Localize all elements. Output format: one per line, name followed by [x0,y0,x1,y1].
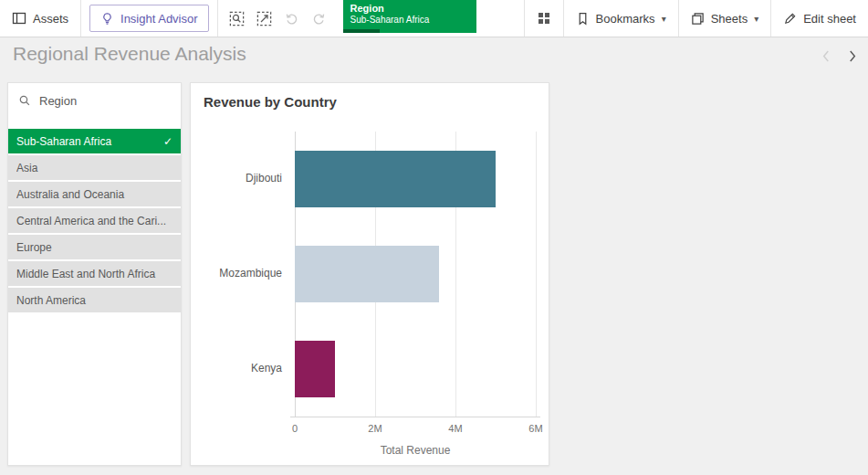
filter-item[interactable]: Australia and Oceania [8,182,181,206]
edit-sheet-button[interactable]: Edit sheet [771,0,868,37]
x-axis-title: Total Revenue [295,444,536,457]
bar-djibouti[interactable] [295,151,496,207]
x-tick-label: 6M [516,423,556,434]
sheet-stage: Regional Revenue Analysis [0,37,868,475]
revenue-chart-card: Revenue by Country DjiboutiMozambiqueKen… [190,82,549,466]
filter-item[interactable]: Sub-Saharan Africa✓ [8,129,181,153]
selection-field: Region [350,3,469,15]
x-tick-label: 0 [275,423,315,434]
filter-pane-header[interactable]: Region [8,83,181,118]
bookmarks-label: Bookmarks [596,12,655,26]
chevron-left-icon [819,48,831,64]
chart-title: Revenue by Country [204,94,337,110]
category-label: Mozambique [219,267,282,280]
filter-item-label: Asia [16,162,173,174]
filter-item[interactable]: North America [8,288,181,312]
search-icon [18,94,31,107]
bar-mozambique[interactable] [295,246,439,302]
app-overview-grid-icon[interactable] [525,0,563,37]
x-axis-line [290,417,540,417]
sheet-navigation [819,48,859,64]
step-forward-icon [307,6,331,31]
filter-item[interactable]: Middle East and North Africa [8,261,181,286]
sheets-button[interactable]: Sheets ▾ [679,0,771,37]
gridline [536,132,537,417]
filter-item-label: Central America and the Cari... [16,215,173,227]
selection-chip[interactable]: Region Sub-Saharan Africa [343,0,476,33]
assets-label: Assets [33,12,68,26]
plot-area: 02M4M6MTotal Revenue [295,132,536,417]
chart-category-labels: DjiboutiMozambiqueKenya [200,132,288,417]
filter-pane-title: Region [39,94,77,108]
qlik-app-window: Assets Insight Advisor [0,0,868,475]
insight-advisor-button[interactable]: Insight Advisor [89,5,209,32]
x-tick-label: 4M [435,423,476,434]
selections-search-icon[interactable] [225,6,249,31]
filter-item-label: Europe [16,241,173,254]
filter-item[interactable]: Asia [8,155,181,180]
edit-sheet-label: Edit sheet [803,12,856,26]
toolbar-divider [80,0,81,37]
filter-item[interactable]: Central America and the Cari... [8,208,181,233]
bar-kenya[interactable] [295,341,335,397]
selection-ratio-bar [343,29,380,33]
insight-advisor-label: Insight Advisor [120,12,198,26]
category-label: Kenya [251,362,282,375]
filter-item-label: North America [16,294,173,307]
sheets-label: Sheets [711,12,748,26]
filter-list: Sub-Saharan Africa✓AsiaAustralia and Oce… [8,129,181,312]
chevron-down-icon: ▾ [662,14,666,24]
x-tick-label: 2M [355,423,395,434]
sheets-icon [691,12,705,26]
assets-panel-icon [12,11,26,26]
filter-item-label: Middle East and North Africa [16,268,173,280]
selections-toolbar [218,6,338,31]
top-toolbar: Assets Insight Advisor [0,0,868,37]
filter-item-label: Australia and Oceania [16,188,173,201]
sheet-title: Regional Revenue Analysis [13,43,246,65]
chevron-down-icon: ▾ [754,14,758,24]
pencil-icon [783,12,797,26]
chevron-right-icon[interactable] [846,48,859,64]
selection-value: Sub-Saharan Africa [350,15,469,26]
toolbar-right-group: Bookmarks ▾ Sheets ▾ [524,0,868,37]
region-filter-pane: Region Sub-Saharan Africa✓AsiaAustralia … [7,82,182,466]
step-back-icon [279,6,304,31]
category-label: Djibouti [246,172,282,185]
filter-item-label: Sub-Saharan Africa [16,135,158,148]
bookmark-icon [576,12,590,26]
clear-selections-icon[interactable] [252,6,277,31]
lightbulb-icon [100,12,114,26]
assets-button[interactable]: Assets [0,0,80,37]
filter-item[interactable]: Europe [8,235,181,259]
bookmarks-button[interactable]: Bookmarks ▾ [564,0,678,37]
checkmark-icon: ✓ [163,135,173,148]
